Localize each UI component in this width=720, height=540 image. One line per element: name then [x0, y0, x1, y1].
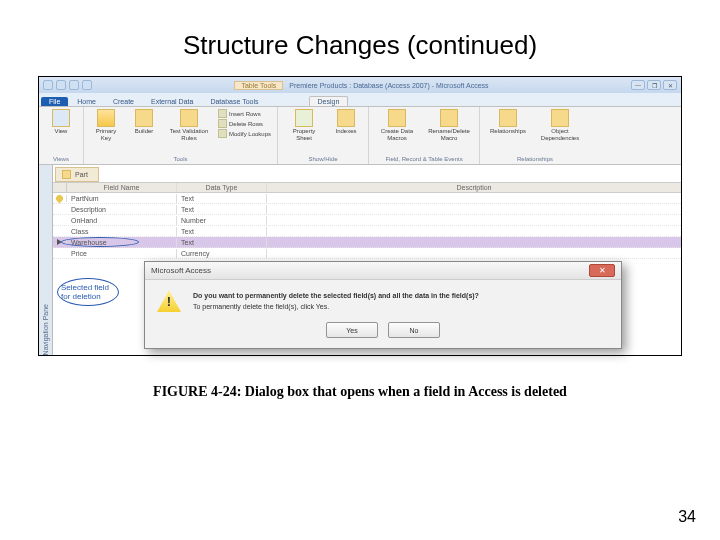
- ribbon-tabs: File Home Create External Data Database …: [39, 93, 681, 107]
- description-cell[interactable]: [267, 230, 681, 232]
- field-name-cell[interactable]: Price: [67, 249, 177, 258]
- callout-oval-field: [61, 237, 139, 247]
- indexes-button[interactable]: Indexes: [330, 109, 362, 135]
- group-views: View Views: [39, 107, 84, 164]
- minimize-button[interactable]: —: [631, 80, 645, 90]
- field-name-cell[interactable]: PartNum: [67, 194, 177, 203]
- field-name-cell[interactable]: Description: [67, 205, 177, 214]
- table-row[interactable]: PartNumText: [53, 193, 681, 204]
- indexes-icon: [337, 109, 355, 127]
- data-type-cell[interactable]: Text: [177, 194, 267, 203]
- tab-home[interactable]: Home: [69, 97, 104, 106]
- object-tab-part[interactable]: Part: [55, 167, 99, 182]
- data-type-cell[interactable]: Text: [177, 227, 267, 236]
- work-area: Navigation Pane Part Field Name Data Typ…: [39, 165, 681, 355]
- table-row[interactable]: OnHandNumber: [53, 215, 681, 226]
- object-tab-label: Part: [75, 171, 88, 178]
- navigation-pane-label: Navigation Pane: [42, 300, 49, 355]
- description-cell[interactable]: [267, 252, 681, 254]
- delete-rows-button[interactable]: Delete Rows: [218, 119, 271, 128]
- data-type-cell[interactable]: Currency: [177, 249, 267, 258]
- view-icon: [52, 109, 70, 127]
- table-row[interactable]: PriceCurrency: [53, 248, 681, 259]
- tab-create[interactable]: Create: [105, 97, 142, 106]
- maximize-button[interactable]: ❐: [647, 80, 661, 90]
- insert-rows-label: Insert Rows: [229, 111, 261, 117]
- group-relationships: Relationships Object Dependencies Relati…: [480, 107, 590, 164]
- create-macros-icon: [388, 109, 406, 127]
- field-name-cell[interactable]: OnHand: [67, 216, 177, 225]
- modify-lookups-button[interactable]: Modify Lookups: [218, 129, 271, 138]
- events-caption: Field, Record & Table Events: [375, 156, 473, 162]
- figure-caption: FIGURE 4-24: Dialog box that opens when …: [0, 384, 720, 400]
- table-row[interactable]: DescriptionText: [53, 204, 681, 215]
- primary-key-label: Primary Key: [90, 128, 122, 142]
- modify-lookups-label: Modify Lookups: [229, 131, 271, 137]
- grid-header: Field Name Data Type Description: [53, 182, 681, 193]
- dialog-sub-text: To permanently delete the field(s), clic…: [193, 301, 479, 312]
- dialog-yes-button[interactable]: Yes: [326, 322, 378, 338]
- showhide-caption: Show/Hide: [284, 156, 362, 162]
- context-tab-label: Table Tools: [234, 81, 283, 90]
- delete-rows-label: Delete Rows: [229, 121, 263, 127]
- tab-design[interactable]: Design: [309, 96, 349, 106]
- description-cell[interactable]: [267, 208, 681, 210]
- table-row[interactable]: ClassText: [53, 226, 681, 237]
- tools-caption: Tools: [90, 156, 271, 162]
- test-rules-button[interactable]: Test Validation Rules: [166, 109, 212, 142]
- navigation-pane-collapsed[interactable]: Navigation Pane: [39, 165, 53, 355]
- warning-icon: !: [157, 290, 181, 312]
- header-data-type[interactable]: Data Type: [177, 183, 267, 192]
- indexes-label: Indexes: [336, 128, 357, 135]
- key-icon: [97, 109, 115, 127]
- property-sheet-label: Property Sheet: [284, 128, 324, 142]
- description-cell[interactable]: [267, 241, 681, 243]
- slide-title: Structure Changes (continued): [0, 0, 720, 76]
- group-tools: Primary Key Builder Test Validation Rule…: [84, 107, 278, 164]
- relationships-caption: Relationships: [486, 156, 584, 162]
- description-cell[interactable]: [267, 197, 681, 199]
- builder-label: Builder: [135, 128, 154, 135]
- dialog-no-button[interactable]: No: [388, 322, 440, 338]
- table-row[interactable]: WarehouseText: [53, 237, 681, 248]
- undo-icon[interactable]: [69, 80, 79, 90]
- view-label: View: [55, 128, 68, 135]
- close-button[interactable]: ✕: [663, 80, 677, 90]
- data-type-cell[interactable]: Text: [177, 205, 267, 214]
- header-description[interactable]: Description: [267, 183, 681, 192]
- modify-lookups-icon: [218, 129, 227, 138]
- redo-icon[interactable]: [82, 80, 92, 90]
- tab-file[interactable]: File: [41, 97, 68, 106]
- primary-key-button[interactable]: Primary Key: [90, 109, 122, 142]
- tab-external-data[interactable]: External Data: [143, 97, 201, 106]
- create-macros-button[interactable]: Create Data Macros: [375, 109, 419, 142]
- builder-button[interactable]: Builder: [128, 109, 160, 135]
- delete-rows-icon: [218, 119, 227, 128]
- relationships-label: Relationships: [490, 128, 526, 135]
- dependencies-icon: [551, 109, 569, 127]
- header-field-name[interactable]: Field Name: [67, 183, 177, 192]
- property-sheet-icon: [295, 109, 313, 127]
- data-type-cell[interactable]: Number: [177, 216, 267, 225]
- ribbon: View Views Primary Key Builder Test Vali…: [39, 107, 681, 165]
- property-sheet-button[interactable]: Property Sheet: [284, 109, 324, 142]
- relationships-button[interactable]: Relationships: [486, 109, 530, 135]
- rename-delete-icon: [440, 109, 458, 127]
- dialog-titlebar: Microsoft Access ✕: [145, 262, 621, 280]
- field-name-cell[interactable]: Class: [67, 227, 177, 236]
- views-caption: Views: [45, 156, 77, 162]
- description-cell[interactable]: [267, 219, 681, 221]
- save-icon[interactable]: [56, 80, 66, 90]
- rename-delete-label: Rename/Delete Macro: [425, 128, 473, 142]
- insert-rows-button[interactable]: Insert Rows: [218, 109, 271, 118]
- primary-key-indicator-icon: [55, 193, 65, 203]
- dialog-close-button[interactable]: ✕: [589, 264, 615, 277]
- callout-line1: Selected field: [61, 283, 109, 292]
- data-type-cell[interactable]: Text: [177, 238, 267, 247]
- confirm-delete-dialog: Microsoft Access ✕ ! Do you want to perm…: [144, 261, 622, 349]
- rename-delete-button[interactable]: Rename/Delete Macro: [425, 109, 473, 142]
- create-macros-label: Create Data Macros: [375, 128, 419, 142]
- tab-database-tools[interactable]: Database Tools: [202, 97, 266, 106]
- view-button[interactable]: View: [45, 109, 77, 135]
- dependencies-button[interactable]: Object Dependencies: [536, 109, 584, 142]
